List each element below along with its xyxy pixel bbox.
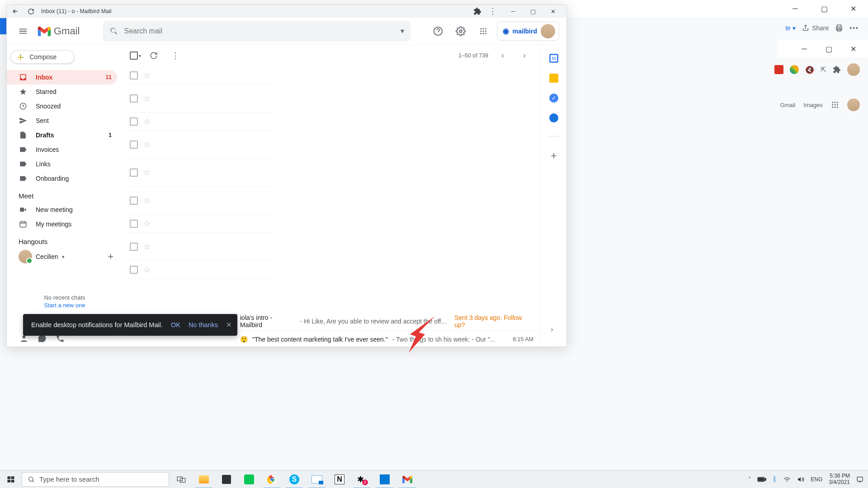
refresh-button[interactable]	[145, 47, 163, 65]
mail-checkbox[interactable]	[130, 169, 138, 177]
mail-checkbox[interactable]	[130, 94, 138, 103]
systray-clock[interactable]: 5:36 PM 3/4/2021	[829, 473, 850, 486]
support-icon[interactable]	[429, 22, 447, 40]
extension-puzzle-icon[interactable]	[472, 6, 482, 16]
task-view-button[interactable]	[171, 470, 192, 488]
sidebar-item-onboarding[interactable]: Onboarding	[7, 171, 117, 186]
sidebar-item-sent[interactable]: Sent	[7, 113, 117, 128]
more-actions-icon[interactable]: ⋮	[166, 47, 184, 65]
star-icon[interactable]: ☆	[143, 140, 151, 150]
ext-pin-icon[interactable]: ⇱	[821, 66, 826, 74]
taskbar-app-notion[interactable]: N	[329, 470, 350, 488]
taskbar-search[interactable]: Type here to search	[22, 472, 169, 487]
mailbird-titlebar[interactable]: Inbox (11) - o - Mailbird Mail ⋮ ─ ▢ ✕	[7, 5, 566, 18]
google-apps-icon[interactable]	[831, 101, 839, 109]
hangouts-user-row[interactable]: Cecilien ▾ +	[7, 248, 123, 265]
systray-chevron-icon[interactable]: ˄	[748, 476, 751, 483]
taskbar-app-line[interactable]	[239, 470, 259, 488]
bg-close-button[interactable]: ✕	[843, 1, 863, 16]
compose-button[interactable]: + Compose	[10, 50, 75, 64]
mail-checkbox[interactable]	[130, 220, 138, 228]
systray-volume-icon[interactable]	[797, 476, 804, 483]
add-addon-button[interactable]: +	[551, 150, 557, 162]
ext-mute-icon[interactable]: 🔇	[805, 66, 814, 74]
star-icon[interactable]: ☆	[143, 94, 151, 103]
google-apps-icon[interactable]	[474, 22, 492, 40]
sidebar-item-invoices[interactable]: Invoices	[7, 142, 117, 157]
systray-language[interactable]: ENG	[811, 476, 822, 483]
star-icon[interactable]: ☆	[143, 265, 151, 275]
star-icon[interactable]: ☆	[143, 168, 151, 178]
star-icon[interactable]: ☆	[143, 242, 151, 252]
reload-button[interactable]	[26, 6, 36, 16]
google-images-link[interactable]: Images	[803, 102, 823, 108]
google-gmail-link[interactable]: Gmail	[780, 102, 795, 108]
followup-label[interactable]: Sent 3 days ago. Follow up?	[454, 314, 533, 328]
star-icon[interactable]: ☆	[143, 196, 151, 206]
search-bar[interactable]: ▾	[103, 21, 410, 42]
star-icon[interactable]: ☆	[143, 117, 151, 127]
sidebar-item-links[interactable]: Links	[7, 157, 117, 171]
prev-page-button[interactable]: ‹	[494, 47, 512, 65]
search-options-icon[interactable]: ▾	[401, 27, 404, 35]
contacts-addon-icon[interactable]: 👤	[549, 113, 558, 122]
taskbar-app-skype[interactable]: S	[284, 470, 305, 488]
star-icon[interactable]: ☆	[143, 70, 151, 80]
bg-dropdown[interactable]: te▾	[785, 24, 796, 32]
systray-wifi-icon[interactable]	[783, 476, 791, 483]
keep-addon-icon[interactable]	[549, 74, 558, 83]
mail-checkbox[interactable]	[130, 71, 138, 80]
bg-avatar[interactable]	[847, 63, 860, 76]
google-avatar[interactable]	[847, 99, 860, 111]
ext-icon-1[interactable]	[774, 65, 783, 74]
sidebar-item-drafts[interactable]: Drafts1	[7, 128, 117, 142]
sidebar-item-starred[interactable]: Starred	[7, 84, 117, 99]
systray-battery-icon[interactable]	[757, 477, 766, 482]
taskbar-app-photos[interactable]	[374, 470, 395, 488]
toast-no-thanks-button[interactable]: No thanks	[189, 321, 218, 328]
search-input[interactable]	[124, 27, 395, 35]
bg-maximize-button[interactable]: ▢	[814, 1, 835, 16]
bg2-minimize-button[interactable]: ─	[794, 42, 815, 56]
taskbar-app-gmail[interactable]	[397, 470, 418, 488]
window-close-button[interactable]: ✕	[543, 5, 563, 18]
hangouts-add-button[interactable]: +	[108, 251, 113, 263]
gmail-logo[interactable]: Gmail	[38, 25, 80, 37]
bg2-maximize-button[interactable]: ▢	[818, 42, 839, 56]
taskbar-app-mail[interactable]	[307, 470, 327, 488]
mail-checkbox[interactable]	[130, 117, 138, 126]
star-icon[interactable]: ☆	[143, 219, 151, 229]
mail-checkbox[interactable]	[130, 141, 138, 149]
toast-close-icon[interactable]: ✕	[226, 321, 232, 328]
bg2-close-button[interactable]: ✕	[843, 42, 863, 56]
start-new-chat-link[interactable]: Start a new one	[7, 302, 123, 309]
puzzle-icon[interactable]	[833, 66, 841, 74]
select-all-checkbox[interactable]: ▾	[130, 52, 141, 60]
sidebar-item-snoozed[interactable]: Snoozed	[7, 99, 117, 113]
window-minimize-button[interactable]: ─	[503, 5, 523, 18]
account-avatar[interactable]	[541, 24, 555, 38]
ext-icon-2[interactable]	[790, 65, 799, 74]
start-button[interactable]	[2, 470, 20, 488]
bg-minimize-button[interactable]: ─	[785, 1, 806, 16]
window-maximize-button[interactable]: ▢	[523, 5, 543, 18]
mail-checkbox[interactable]	[130, 243, 138, 251]
taskbar-app-slack[interactable]: ✱1	[352, 470, 373, 488]
kebab-menu-icon[interactable]: ⋮	[488, 6, 498, 16]
tasks-addon-icon[interactable]: ✓	[549, 94, 558, 103]
hamburger-menu-icon[interactable]	[14, 22, 32, 40]
meet-item-my-meetings[interactable]: My meetings	[7, 217, 117, 231]
sidebar-item-inbox[interactable]: Inbox11	[7, 70, 117, 84]
toast-ok-button[interactable]: OK	[171, 321, 180, 328]
next-page-button[interactable]: ›	[515, 47, 533, 65]
sidepanel-collapse-button[interactable]: ›	[545, 322, 559, 337]
mail-checkbox[interactable]	[130, 197, 138, 205]
bg-print-icon[interactable]	[835, 24, 843, 32]
taskbar-app-explorer[interactable]	[193, 470, 214, 488]
systray-bluetooth-icon[interactable]: ᛒ	[773, 475, 777, 483]
meet-item-new-meeting[interactable]: New meeting	[7, 202, 117, 217]
bg-more-icon[interactable]: •••	[849, 24, 859, 32]
mail-checkbox[interactable]	[130, 266, 138, 274]
bg-share-button[interactable]: Share	[802, 24, 829, 32]
back-button[interactable]	[10, 6, 20, 16]
